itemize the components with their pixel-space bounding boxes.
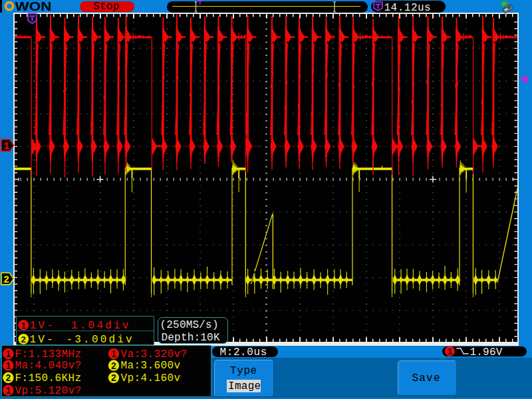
svg-text:1: 1 (448, 346, 453, 356)
